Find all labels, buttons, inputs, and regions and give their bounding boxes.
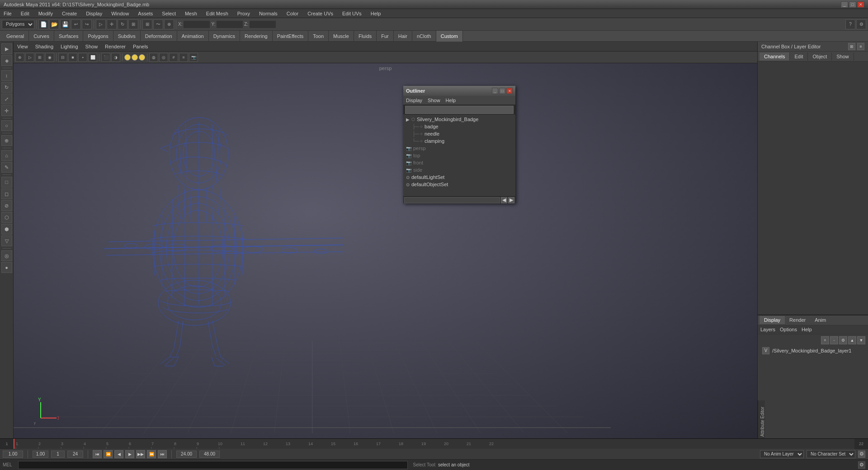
show-selected[interactable]: ●: [1, 262, 12, 273]
tab-muscle[interactable]: Muscle: [329, 31, 354, 42]
close-button[interactable]: ✕: [857, 1, 864, 8]
tab-surfaces[interactable]: Surfaces: [54, 31, 83, 42]
extrude[interactable]: ⬡: [1, 212, 12, 223]
menu-create[interactable]: Create: [60, 10, 79, 17]
viewport-menu-renderer[interactable]: Renderer: [105, 44, 126, 49]
viewport-menu-shading[interactable]: Shading: [35, 44, 53, 49]
select-tool[interactable]: ▷: [96, 19, 106, 29]
undo-button[interactable]: ↩: [71, 19, 81, 29]
tab-polygons[interactable]: Polygons: [83, 31, 113, 42]
outliner-item-top[interactable]: 📷 top: [403, 152, 515, 159]
mode-select[interactable]: Polygons: [2, 20, 34, 29]
prev-key-button[interactable]: ⏪: [104, 450, 113, 458]
outliner-item-root[interactable]: ▶ ⬡ Silvery_Mockingbird_Badge: [403, 116, 515, 123]
tab-deformation[interactable]: Deformation: [141, 31, 177, 42]
lasso-tool[interactable]: ⌂: [1, 150, 12, 161]
snap-curve[interactable]: 〜: [153, 19, 163, 29]
tab-subdivs[interactable]: Subdivs: [113, 31, 141, 42]
menu-display[interactable]: Display: [84, 10, 104, 17]
vp-toggle-smooth[interactable]: ◉: [45, 53, 54, 62]
tab-animation[interactable]: Animation: [177, 31, 209, 42]
menu-window[interactable]: Window: [109, 10, 131, 17]
menu-color[interactable]: Color: [285, 10, 300, 17]
tab-show[interactable]: Show: [832, 52, 854, 61]
layer-visibility-toggle[interactable]: V: [762, 347, 769, 354]
playback-range-start[interactable]: [176, 451, 197, 458]
outliner-item-clamping[interactable]: └─ ○ clamping: [403, 137, 515, 145]
outliner-item-side[interactable]: 📷 side: [403, 166, 515, 174]
rotate-tool[interactable]: ↻: [118, 19, 127, 29]
playback-settings-button[interactable]: ⚙: [858, 451, 865, 458]
menu-help[interactable]: Help: [369, 10, 383, 17]
viewport-menu-show[interactable]: Show: [85, 44, 98, 49]
menu-assets[interactable]: Assets: [136, 10, 155, 17]
vp-isolate-select[interactable]: ◍: [149, 53, 158, 62]
next-frame-button[interactable]: ▶▶: [136, 450, 145, 458]
viewport-menu-view[interactable]: View: [17, 44, 28, 49]
play-button[interactable]: ▶: [125, 450, 134, 458]
outliner-menu-help[interactable]: Help: [446, 98, 456, 103]
vp-grid[interactable]: #: [169, 53, 178, 62]
tab-toon[interactable]: Toon: [308, 31, 329, 42]
prev-frame-button[interactable]: ◀: [114, 450, 123, 458]
maximize-button[interactable]: □: [849, 1, 856, 8]
tab-general[interactable]: General: [2, 31, 29, 42]
timeline-playhead[interactable]: [14, 439, 14, 449]
tab-render[interactable]: Render: [785, 316, 810, 324]
paint-select-button[interactable]: ◈: [1, 55, 12, 66]
outliner-item-needle[interactable]: ├─ ○ needle: [403, 130, 515, 137]
vp-camera-attr[interactable]: 📷: [189, 53, 198, 62]
tab-custom[interactable]: Custom: [436, 31, 463, 42]
outliner-item-defaultlightset[interactable]: ⊙ defaultLightSet: [403, 174, 515, 181]
layer-move-up-btn[interactable]: ▲: [848, 336, 856, 344]
outliner-nav-left[interactable]: ◀: [501, 197, 507, 203]
range-start-input[interactable]: [33, 451, 48, 458]
tab-fluids[interactable]: Fluids: [354, 31, 377, 42]
layer-options-btn[interactable]: ⚙: [839, 336, 847, 344]
redo-button[interactable]: ↪: [82, 19, 92, 29]
vp-light2[interactable]: [132, 54, 138, 61]
vp-light3[interactable]: [139, 54, 145, 61]
menu-file[interactable]: File: [2, 10, 14, 17]
options-menu[interactable]: Options: [780, 327, 797, 332]
menu-editmesh[interactable]: Edit Mesh: [204, 10, 230, 17]
outliner-search-input[interactable]: [405, 106, 514, 114]
tab-object[interactable]: Object: [808, 52, 832, 61]
tab-rendering[interactable]: Rendering: [240, 31, 273, 42]
layer-delete-btn[interactable]: -: [830, 336, 838, 344]
frame-step-input[interactable]: [51, 451, 65, 458]
outliner-item-badge[interactable]: ├─ ○ badge: [403, 123, 515, 130]
outliner-content[interactable]: ▶ ⬡ Silvery_Mockingbird_Badge ├─ ○ badge…: [403, 115, 515, 196]
vp-wireframe[interactable]: ⊟: [58, 53, 67, 62]
vp-hud[interactable]: ≡: [179, 53, 188, 62]
tab-hair[interactable]: Hair: [394, 31, 412, 42]
y-input[interactable]: [216, 20, 243, 28]
vp-toggle-select[interactable]: ▷: [25, 53, 34, 62]
vp-bounding[interactable]: ⬜: [88, 53, 97, 62]
playback-range-end[interactable]: [199, 451, 220, 458]
vp-toggle-wire[interactable]: ⊞: [35, 53, 44, 62]
x-input[interactable]: [183, 20, 210, 28]
settings-button[interactable]: ⚙: [856, 19, 866, 29]
attribute-editor-strip[interactable]: Attribute Editor: [758, 400, 765, 438]
next-key-button[interactable]: ⏩: [147, 450, 156, 458]
tab-edit[interactable]: Edit: [790, 52, 808, 61]
layer-new-btn[interactable]: +: [821, 336, 829, 344]
bevel[interactable]: ▽: [1, 235, 12, 246]
menu-modify[interactable]: Modify: [37, 10, 55, 17]
vp-smooth-shade[interactable]: ■: [68, 53, 77, 62]
go-to-start-button[interactable]: ⏮: [93, 450, 102, 458]
vp-shadow[interactable]: ◑: [111, 53, 120, 62]
outliner-maximize[interactable]: □: [499, 88, 505, 94]
show-manip-tool[interactable]: ⊕: [1, 135, 12, 146]
tab-channels[interactable]: Channels: [760, 52, 790, 61]
layers-menu[interactable]: Layers: [760, 327, 775, 332]
save-button[interactable]: 💾: [60, 19, 70, 29]
outliner-item-persp[interactable]: 📷 persp: [403, 145, 515, 152]
range-end-input[interactable]: [67, 451, 83, 458]
tab-dynamics[interactable]: Dynamics: [209, 31, 240, 42]
menu-proxy[interactable]: Proxy: [236, 10, 252, 17]
outliner-item-defaultobjectset[interactable]: ⊙ defaultObjectSet: [403, 181, 515, 188]
layer-move-down-btn[interactable]: ▼: [857, 336, 865, 344]
vp-texture[interactable]: ⬛: [101, 53, 110, 62]
